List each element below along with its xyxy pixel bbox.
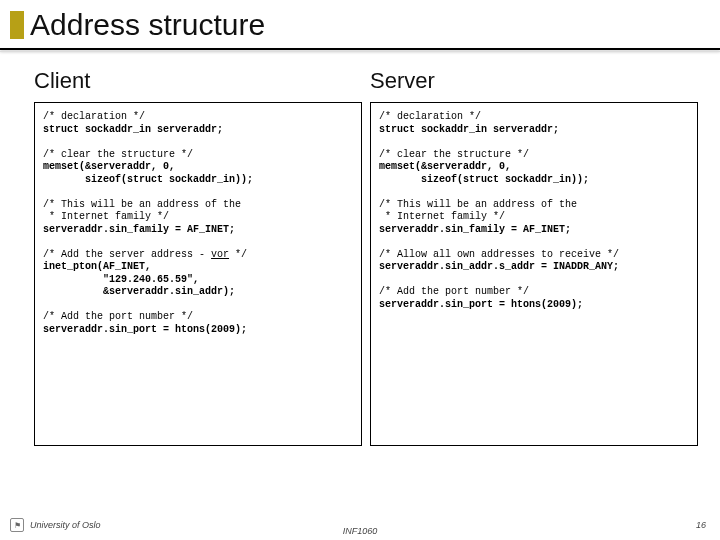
server-codebox: /* declaration */ struct sockaddr_in ser…: [370, 102, 698, 446]
title-swatch: [10, 11, 24, 39]
client-column: Client /* declaration */ struct sockaddr…: [34, 68, 362, 446]
title-underline: [0, 48, 720, 50]
title-bar: Address structure: [0, 0, 720, 48]
page-title: Address structure: [30, 8, 265, 42]
client-codebox: /* declaration */ struct sockaddr_in ser…: [34, 102, 362, 446]
university-seal-icon: ⚑: [10, 518, 24, 532]
client-heading: Client: [34, 68, 362, 94]
slide: Address structure Client /* declaration …: [0, 0, 720, 540]
footer-course: INF1060: [343, 526, 378, 536]
footer: ⚑ University of Oslo INF1060 16: [0, 514, 720, 540]
server-heading: Server: [370, 68, 698, 94]
server-column: Server /* declaration */ struct sockaddr…: [370, 68, 698, 446]
footer-left: ⚑ University of Oslo: [10, 518, 101, 532]
footer-page-number: 16: [696, 520, 706, 530]
footer-institution: University of Oslo: [30, 520, 101, 530]
content-columns: Client /* declaration */ struct sockaddr…: [0, 52, 720, 446]
